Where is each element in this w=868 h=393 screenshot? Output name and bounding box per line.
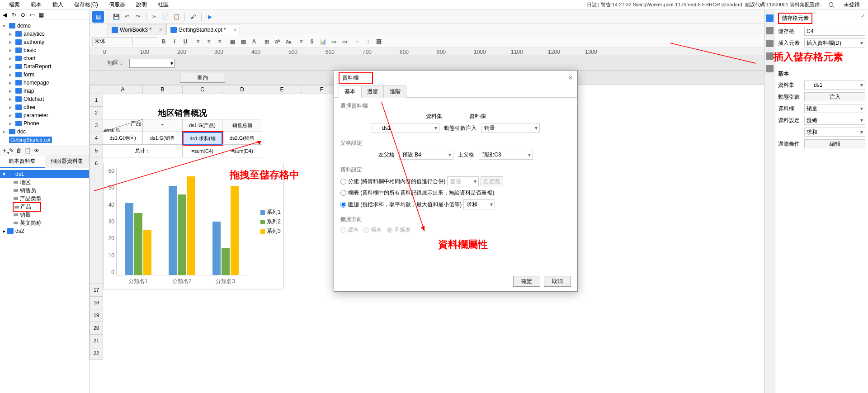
dialog-close-icon[interactable]: × bbox=[568, 73, 573, 83]
cut-icon[interactable]: ✂ bbox=[150, 12, 159, 21]
menu-insert[interactable]: 插入 bbox=[47, 1, 69, 9]
region-combo[interactable]: ▾ bbox=[129, 59, 175, 68]
val-setting[interactable]: 匯總 bbox=[804, 116, 865, 125]
menu-community[interactable]: 社區 bbox=[152, 1, 174, 9]
val-datacol[interactable]: 销量 bbox=[804, 104, 865, 113]
copy-icon[interactable]: 📄 bbox=[161, 12, 170, 21]
col-e[interactable]: E bbox=[262, 85, 302, 94]
add-dataset-icon[interactable]: + bbox=[3, 147, 6, 154]
row-21[interactable]: 21 bbox=[90, 335, 103, 347]
bold-icon[interactable]: B bbox=[159, 37, 168, 46]
align-center-icon[interactable]: ≡ bbox=[204, 37, 213, 46]
close-icon[interactable]: × bbox=[234, 27, 237, 33]
report-mode-icon[interactable]: ▤ bbox=[92, 11, 104, 23]
tree-datareport[interactable]: ▸DataReport bbox=[0, 62, 89, 71]
menu-cell[interactable]: 儲存格(C) bbox=[69, 1, 104, 9]
edit-dataset-icon[interactable]: ✎ bbox=[9, 147, 14, 154]
file-tab-workbook3[interactable]: WorkBook3 *× bbox=[108, 24, 165, 35]
unmerge-icon[interactable]: ▭ bbox=[329, 37, 338, 46]
border-icon[interactable]: ▦ bbox=[228, 37, 237, 46]
ds-ds1[interactable]: ▾ds1 bbox=[0, 170, 89, 178]
vtab-cell-element-icon[interactable] bbox=[766, 14, 774, 22]
confirm-icon[interactable]: ✓ bbox=[861, 13, 865, 19]
tree-form[interactable]: ▸form bbox=[0, 71, 89, 79]
ds-ds2[interactable]: ▸ds2 bbox=[0, 227, 89, 235]
cell-d5[interactable]: =sum(D4) bbox=[222, 145, 262, 157]
row-17[interactable]: 17 bbox=[90, 284, 103, 297]
expand-v-icon[interactable]: ↕ bbox=[363, 37, 373, 46]
dtab-basic[interactable]: 基本 bbox=[339, 85, 361, 98]
row-18[interactable]: 18 bbox=[90, 297, 103, 309]
merge-icon[interactable]: ⊞ bbox=[262, 37, 271, 46]
col-c[interactable]: C bbox=[183, 85, 222, 94]
row-5[interactable]: 5 bbox=[90, 145, 103, 157]
select-all-corner[interactable] bbox=[90, 85, 103, 94]
row-4[interactable]: 4 bbox=[90, 132, 103, 145]
currency-icon[interactable]: $ bbox=[307, 37, 316, 46]
tree-phone[interactable]: ▸Phone bbox=[0, 119, 89, 128]
row-20[interactable]: 20 bbox=[90, 322, 103, 335]
nav-back-icon[interactable]: ◀ bbox=[3, 12, 9, 18]
ds-field-salesperson[interactable]: 销售员 bbox=[0, 186, 89, 194]
sel-summary-mode[interactable]: 求和 bbox=[463, 199, 495, 209]
font-color-icon[interactable]: A bbox=[250, 37, 259, 46]
row-19[interactable]: 19 bbox=[90, 309, 103, 322]
tree-parameter[interactable]: ▸parameter bbox=[0, 111, 89, 119]
row-22[interactable]: 22 bbox=[90, 347, 103, 360]
tree-analytics[interactable]: ▸analytics bbox=[0, 30, 89, 38]
sel-group-mode[interactable]: 普通 bbox=[447, 176, 479, 186]
cell-ab5[interactable]: 总计： bbox=[103, 145, 183, 157]
menu-file[interactable]: 檔案 bbox=[4, 1, 25, 9]
btn-filter-edit[interactable]: 編輯 bbox=[804, 139, 865, 148]
align-left-icon[interactable]: ≡ bbox=[193, 37, 203, 46]
delete-dataset-icon[interactable]: 🗑 bbox=[16, 147, 22, 154]
query-button[interactable]: 查询 bbox=[180, 73, 225, 83]
tree-file-getting-started[interactable]: GettingStarted.cpt bbox=[0, 136, 89, 144]
expand-h-icon[interactable]: ↔ bbox=[353, 37, 362, 46]
valign-icon[interactable]: ≡ bbox=[297, 37, 306, 46]
row-6-15[interactable]: 6 bbox=[90, 157, 103, 284]
format-painter-icon[interactable]: 🖌 bbox=[189, 12, 198, 21]
val-sum[interactable]: 求和 bbox=[804, 128, 865, 137]
cell-c3[interactable]: ds1.G(产品) bbox=[183, 119, 222, 132]
sel-top-parent[interactable]: 預設:C3 bbox=[479, 150, 533, 160]
val-insert[interactable]: 插入資料欄(D) bbox=[804, 38, 865, 47]
redo-icon[interactable]: ↷ bbox=[133, 12, 142, 21]
italic-icon[interactable]: I bbox=[170, 37, 179, 46]
cell-c5[interactable]: =sum(C4) bbox=[183, 145, 222, 157]
cell-b3[interactable]: * bbox=[143, 119, 183, 132]
ds-field-product[interactable]: 产品 bbox=[0, 203, 89, 211]
merge2-icon[interactable]: ▭ bbox=[340, 37, 349, 46]
save-icon[interactable]: 💾 bbox=[112, 12, 121, 21]
cell-a3[interactable]: 产品销售员 bbox=[103, 119, 143, 132]
paste-icon[interactable]: 📋 bbox=[172, 12, 181, 21]
row-1[interactable]: 1 bbox=[90, 94, 103, 107]
image-icon[interactable]: 🖼 bbox=[374, 37, 383, 46]
ds-field-region[interactable]: 地区 bbox=[0, 178, 89, 186]
btn-custom[interactable]: 自定義 bbox=[481, 176, 503, 186]
col-b[interactable]: B bbox=[143, 85, 183, 94]
tab-template-ds[interactable]: 範本資料集 bbox=[0, 156, 45, 168]
tree-other[interactable]: ▸other bbox=[0, 103, 89, 111]
tree-authority[interactable]: ▸authority bbox=[0, 38, 89, 46]
val-cell[interactable]: C4 bbox=[804, 27, 865, 36]
cell-a4[interactable]: ds1.G(地区) bbox=[103, 132, 143, 145]
radio-list[interactable] bbox=[340, 190, 346, 196]
locate-icon[interactable]: ⊙ bbox=[21, 12, 27, 18]
cell-title[interactable]: 地区销售概况 bbox=[103, 107, 262, 119]
radio-summary[interactable] bbox=[340, 202, 346, 208]
menu-template[interactable]: 範本 bbox=[25, 1, 47, 9]
dialog-ok-button[interactable]: 確定 bbox=[513, 276, 540, 287]
view-icon[interactable]: ▦ bbox=[39, 12, 45, 18]
undo-icon[interactable]: ↶ bbox=[123, 12, 132, 21]
ds-field-sales[interactable]: 销量 bbox=[0, 211, 89, 219]
login-status[interactable]: 未登錄 bbox=[839, 1, 864, 9]
tree-demo[interactable]: ▾demo bbox=[0, 22, 89, 30]
preview-dataset-icon[interactable]: 👁 bbox=[34, 147, 39, 154]
val-dataset[interactable]: ds1 bbox=[804, 80, 865, 90]
sel-dialog-datacol[interactable]: 销量 bbox=[481, 123, 540, 133]
radio-group[interactable] bbox=[340, 179, 346, 185]
tree-map[interactable]: ▸map bbox=[0, 87, 89, 95]
tab-server-ds[interactable]: 伺服器資料集 bbox=[45, 156, 90, 168]
ds-field-product-type[interactable]: 产品类型 bbox=[0, 194, 89, 203]
